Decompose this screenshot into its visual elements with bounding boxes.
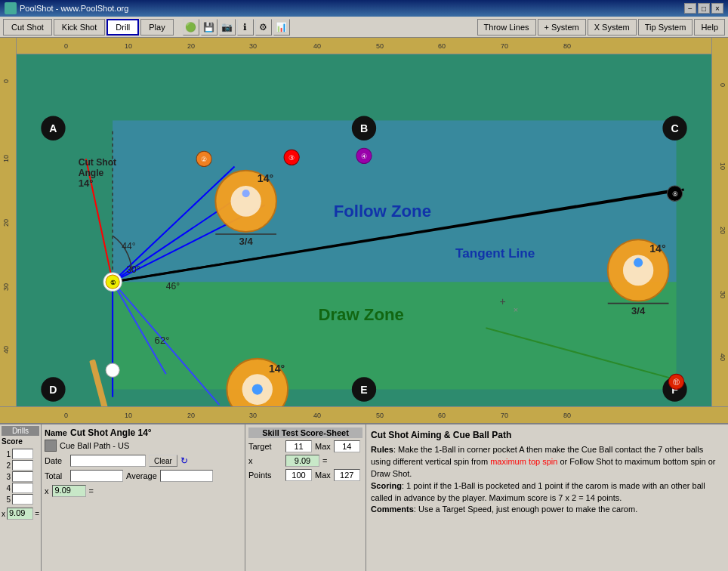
score-row-5: 5 [2, 494, 39, 505]
throw-lines-button[interactable]: Throw Lines [477, 19, 536, 35]
svg-text:14°: 14° [649, 242, 666, 255]
drills-label: Drills [2, 426, 39, 436]
play-button[interactable]: Play [140, 19, 173, 35]
svg-text:3/4: 3/4 [239, 236, 254, 247]
svg-text:0: 0 [2, 79, 10, 83]
comments-label: Comments [371, 505, 414, 514]
name-label: Name [45, 428, 67, 437]
skill-title: Skill Test Score-Sheet [248, 427, 362, 438]
svg-text:⑧: ⑧ [672, 190, 678, 198]
average-label: Average [126, 471, 157, 480]
ruler-top: 0 10 20 30 40 50 60 70 80 [0, 38, 728, 54]
score-box-2[interactable] [12, 460, 33, 471]
score-label: Score [2, 436, 39, 447]
svg-point-81 [252, 384, 263, 394]
equals-info: = [89, 486, 94, 495]
target-field[interactable] [285, 440, 312, 452]
maximize-button[interactable]: □ [698, 3, 710, 14]
svg-text:20: 20 [187, 42, 195, 50]
max-field-1[interactable] [334, 440, 360, 452]
info-icon-small [45, 440, 57, 452]
svg-text:30°: 30° [126, 264, 140, 275]
score-box-3[interactable] [12, 471, 33, 482]
table-svg: A B C D E F ① [14, 51, 714, 409]
x-system-button[interactable]: X System [588, 19, 637, 35]
score-box-5[interactable] [12, 494, 33, 505]
minimize-button[interactable]: − [684, 3, 696, 14]
average-field[interactable] [160, 470, 213, 482]
svg-text:10: 10 [125, 412, 132, 419]
svg-text:62°: 62° [155, 334, 170, 345]
svg-text:10: 10 [719, 162, 726, 170]
svg-text:30: 30 [249, 42, 257, 50]
app-icon [5, 2, 17, 14]
val-field-info[interactable]: 9.09 [52, 485, 86, 497]
green-circle-icon[interactable]: 🟢 [183, 19, 199, 35]
points-field[interactable] [285, 469, 312, 481]
chart-icon[interactable]: 📊 [273, 19, 290, 35]
x-total-row: x 9.09 = [2, 508, 39, 520]
svg-text:46°: 46° [166, 281, 180, 292]
subname-row: Cue Ball Path - US [45, 440, 242, 452]
score-box-4[interactable] [12, 483, 33, 493]
date-field[interactable] [70, 455, 146, 467]
score-row-3: 3 [2, 471, 39, 482]
total-label: Total [45, 471, 67, 480]
refresh-icon[interactable]: ↻ [180, 455, 188, 466]
svg-text:40: 40 [2, 346, 10, 353]
tip-system-button[interactable]: Tip System [638, 19, 693, 35]
svg-text:Follow Zone: Follow Zone [334, 202, 431, 221]
max-field-2[interactable] [334, 469, 360, 481]
max-label-2: Max [315, 471, 331, 480]
svg-text:20: 20 [2, 219, 10, 227]
svg-text:14°: 14° [79, 177, 94, 189]
cut-shot-button[interactable]: Cut Shot [3, 19, 52, 35]
target-row: Target Max [248, 440, 362, 452]
equals-skill: = [322, 456, 327, 465]
pool-table[interactable]: A B C D E F ① [14, 51, 714, 409]
clear-button[interactable]: Clear [149, 455, 177, 467]
svg-text:3/4: 3/4 [631, 305, 646, 316]
svg-text:Draw Zone: Draw Zone [318, 305, 403, 324]
title-bar: PoolShot - www.PoolShot.org − □ × [0, 0, 728, 17]
score-row-4: 4 [2, 483, 39, 493]
svg-text:70: 70 [501, 42, 508, 50]
ruler-bottom: 0 10 20 30 40 50 60 70 80 [0, 407, 728, 424]
max-label-1: Max [315, 442, 331, 451]
target-label: Target [248, 442, 282, 451]
svg-text:80: 80 [563, 412, 571, 419]
close-button[interactable]: × [711, 3, 723, 14]
drill-button[interactable]: Drill [106, 19, 139, 35]
save-icon[interactable]: 💾 [201, 19, 217, 35]
svg-text:⑪: ⑪ [673, 378, 680, 386]
score-calc-row: x 9.09 = [248, 455, 362, 467]
kick-shot-button[interactable]: Kick Shot [54, 19, 105, 35]
help-button[interactable]: Help [694, 19, 725, 35]
svg-text:10: 10 [2, 155, 10, 162]
svg-text:50: 50 [376, 412, 384, 419]
score-panel: Drills Score 1 2 3 4 5 [0, 424, 42, 571]
svg-point-75 [634, 258, 643, 267]
description-panel: Cut Shot Aiming & Cue Ball Path Rules: M… [366, 424, 728, 571]
svg-text:30: 30 [2, 283, 10, 291]
x-label-info: x [45, 486, 49, 495]
scoring-label: Scoring [371, 481, 402, 490]
scoring-text: : 1 point if the 1-Ball is pocketed and … [371, 481, 705, 502]
x-row: x 9.09 = [45, 485, 242, 497]
ruler-right: 0 10 20 30 40 [712, 38, 728, 423]
score-calc-value: 9.09 [285, 455, 319, 467]
info-icon[interactable]: ℹ [237, 19, 254, 35]
x-value-field[interactable]: 9.09 [7, 508, 33, 520]
points-label: Points [248, 471, 282, 480]
svg-text:44°: 44° [122, 241, 135, 252]
camera-icon[interactable]: 📷 [219, 19, 236, 35]
svg-text:10: 10 [125, 42, 132, 50]
svg-text:60: 60 [438, 412, 446, 419]
total-field[interactable] [70, 470, 123, 482]
gear-icon[interactable]: ⚙ [255, 19, 272, 35]
score-box-1[interactable] [12, 449, 33, 459]
svg-text:0: 0 [64, 412, 68, 419]
x-label-bottom: x [2, 510, 5, 518]
svg-text:20: 20 [187, 412, 195, 419]
plus-system-button[interactable]: + System [538, 19, 586, 35]
